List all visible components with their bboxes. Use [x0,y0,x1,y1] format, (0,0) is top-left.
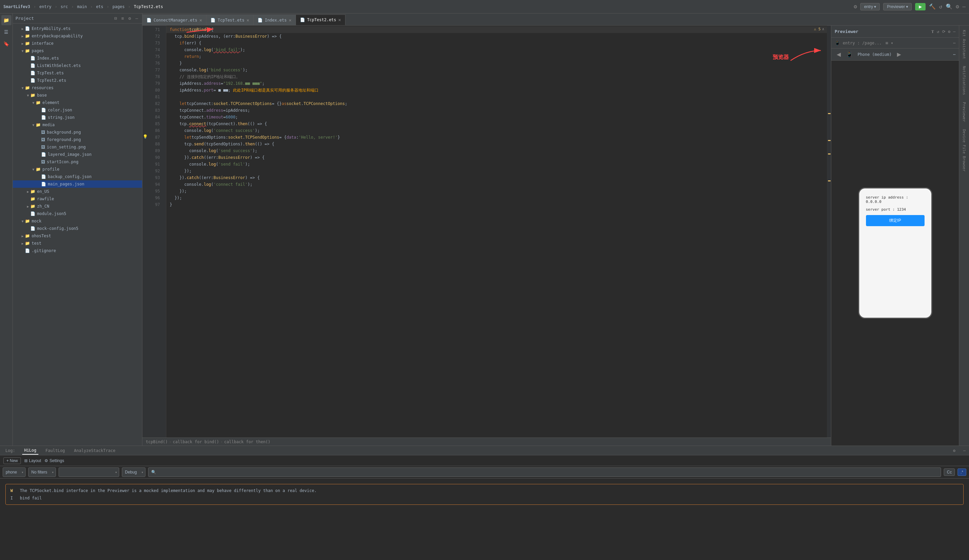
tree-item-rawfile[interactable]: 📁 rawfile [13,195,142,203]
tab-index[interactable]: 📄 Index.ets × [253,15,296,25]
tree-label: ListWithSelect.ets [37,63,81,68]
tree-label: TcpTest.ets [37,71,63,75]
run-button[interactable]: ▶ [915,3,926,10]
font-icon[interactable]: 𝐓 [931,29,934,34]
bind-ip-button[interactable]: 绑定IP [866,215,924,226]
tree-item-index[interactable]: 📄 Index.ets [13,55,142,62]
settings-icon[interactable]: ⚙ [948,29,951,34]
tree-item-starticon[interactable]: 🖼 startIcon.png [13,158,142,166]
tree-item-gitignore[interactable]: 📄 .gitignore [13,247,142,254]
tree-item-foreground-png[interactable]: 🖼 foreground.png [13,136,142,143]
tree-item-backup-config[interactable]: 📄 backup_config.json [13,173,142,180]
gutter-86 [142,126,148,133]
log-tab-faultlog[interactable]: FaultLog [43,447,67,454]
tree-item-mock-config[interactable]: 📄 mock-config.json5 [13,225,142,232]
tree-item-base[interactable]: ▼ 📁 base [13,91,142,99]
tree-item-listwithselect[interactable]: 📄 ListWithSelect.ets [13,62,142,69]
folder-icon: 📁 [25,41,30,46]
gear-icon[interactable]: ⚙ [956,3,959,10]
breadcrumb-entry[interactable]: entry [39,4,52,9]
grid-icon[interactable]: ⊞ [886,41,888,45]
tab-tcptest2[interactable]: 📄 TcpTest2.ets × [296,15,345,25]
minimize-icon[interactable]: — [962,3,966,10]
tree-item-icon-setting[interactable]: 🖼 icon_setting.png [13,143,142,151]
log-close-icon[interactable]: — [963,448,966,453]
tab-close-icon[interactable]: × [199,18,202,23]
regex-button[interactable]: .* [957,469,966,476]
tree-item-ohostest[interactable]: ▶ 📁 ohosTest [13,232,142,239]
reload-icon[interactable]: ↺ [939,3,942,10]
device-file-browser-label[interactable]: Device File Browser [961,126,967,174]
tree-item-tcptest[interactable]: 📄 TcpTest.ets [13,69,142,77]
log-tab-hilog[interactable]: HiLog [22,447,38,455]
more-icon[interactable]: ⋯ [953,41,956,45]
log-settings-icon[interactable]: ⚙ [953,448,956,453]
expand-icon[interactable]: — [134,15,140,22]
tab-close-icon[interactable]: × [288,18,291,23]
refresh-icon[interactable]: ↺ [937,29,939,34]
tab-tcptest[interactable]: 📄 TcpTest.ets × [206,15,253,25]
new-button[interactable]: + New [3,457,21,464]
gutter-82 [142,100,148,106]
level-select[interactable]: Debug Info Warn Error [122,467,145,477]
log-tab-log[interactable]: Log: [3,447,17,454]
breadcrumb-main[interactable]: main [77,4,87,9]
layout-button[interactable]: ⊞ Layout [24,459,41,463]
rotate-icon[interactable]: ⟳ [942,29,946,34]
cc-button[interactable]: Cc [944,469,955,476]
tree-item-en-us[interactable]: ▶ 📁 en_US [13,188,142,195]
search-icon[interactable]: 🔍 [946,3,952,10]
filter-icon[interactable]: ⚙ [127,15,132,22]
breadcrumb-ets[interactable]: ets [96,4,103,9]
sort-icon[interactable]: ≡ [120,15,126,22]
tree-item-entrybackup[interactable]: ▶ 📁 entrybackupcapability [13,32,142,40]
tree-arrow: ▼ [20,86,25,90]
tree-item-resources[interactable]: ▼ 📁 resources [13,84,142,91]
entry-button[interactable]: entry ▾ [860,3,880,10]
structure-icon[interactable]: ☰ [2,27,12,37]
breadcrumb-pages[interactable]: pages [112,4,125,9]
chevron-icon[interactable]: ▾ [891,41,893,45]
kit-assistant-label[interactable]: Kit Assistant [961,27,967,61]
tree-item-tcptest2[interactable]: 📄 TcpTest2.ets [13,77,142,84]
tree-item-mock[interactable]: ▼ 📁 mock [13,218,142,225]
close-icon[interactable]: — [953,29,956,34]
settings-button[interactable]: ⚙ Settings [45,459,64,463]
tree-item-interface[interactable]: ▶ 📁 interface [13,40,142,47]
tree-item-entryability[interactable]: ▶ 📄 EntryAbility.ets [13,25,142,32]
build-icon[interactable]: 🔨 [929,3,936,10]
filter-select[interactable]: No filters [28,467,56,477]
tree-item-layered-image[interactable]: 📄 layered_image.json [13,151,142,158]
tree-item-test[interactable]: ▶ 📁 test [13,239,142,247]
tab-close-icon[interactable]: × [338,17,341,23]
prev-device-btn[interactable]: ◀ [835,50,843,58]
more-device-icon[interactable]: ⋯ [953,52,956,57]
tree-item-element[interactable]: ▼ 📁 element [13,99,142,106]
tree-item-zh-cn[interactable]: ▶ 📁 zh_CN [13,203,142,210]
previewer-button[interactable]: Previewer ▾ [883,3,912,10]
tree-item-module-json5[interactable]: 📄 module.json5 [13,210,142,218]
settings-icon[interactable]: ⚙ [854,3,857,10]
tab-close-icon[interactable]: × [246,18,249,23]
tab-connect-manager[interactable]: 📄 ConnectManager.ets × [142,15,206,25]
next-device-btn[interactable]: ▶ [895,50,903,58]
empty-select[interactable] [58,467,119,477]
log-tab-analyze[interactable]: AnalyzeStackTrace [72,447,118,454]
tree-item-string-json[interactable]: 📄 string.json [13,114,142,121]
tree-item-main-pages[interactable]: 📄 main_pages.json [13,180,142,188]
breadcrumb-src[interactable]: src [61,4,68,9]
notifications-label[interactable]: Notifications [961,63,967,98]
tree-item-background-png[interactable]: 🖼 background.png [13,128,142,136]
previewer-label[interactable]: Previewer [961,99,967,125]
device-select[interactable]: phone [3,467,26,477]
log-search-input[interactable] [148,467,941,477]
code-editor[interactable]: ⚠ 5 ∧ [142,26,831,445]
collapse-all-icon[interactable]: ⊟ [113,15,118,22]
tree-item-pages[interactable]: ▼ 📁 pages [13,47,142,55]
project-icon[interactable]: 📁 [2,15,12,25]
tree-item-profile[interactable]: ▼ 📁 profile [13,166,142,173]
tree-item-media[interactable]: ▼ 📁 media [13,121,142,128]
tree-item-color-json[interactable]: 📄 color.json [13,106,142,114]
code-content[interactable]: function tcpBind(){ tcp.bind(ipAddress, … [166,26,827,437]
bookmarks-icon[interactable]: 🔖 [2,39,12,49]
